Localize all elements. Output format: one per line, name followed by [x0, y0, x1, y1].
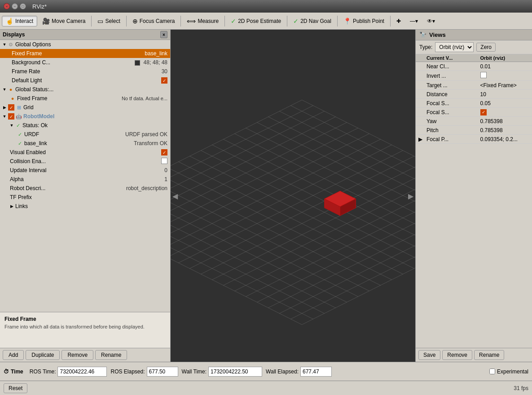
grid-checkbox[interactable]: ✓: [8, 104, 14, 111]
alpha-value: 1: [164, 176, 170, 182]
maximize-button[interactable]: □: [20, 3, 26, 9]
global-status-item[interactable]: ▼ ● Global Status:...: [0, 85, 170, 94]
background-color-item[interactable]: Background C... 48; 48; 48: [0, 58, 170, 67]
visual-enabled-checkbox[interactable]: ✓: [161, 149, 167, 155]
pitch-value: 0.785398: [479, 126, 532, 134]
global-status-ff-item[interactable]: ● Fixed Frame No tf data. Actual e...: [0, 94, 170, 103]
robot-desc-item[interactable]: Robot Descri... robot_description: [0, 184, 170, 193]
remove-view-button[interactable]: Remove: [442, 350, 472, 360]
ros-time-group: ROS Time:: [30, 367, 107, 377]
left-arrow[interactable]: ◀: [171, 190, 180, 202]
urdf-item[interactable]: ✓ URDF URDF parsed OK: [0, 130, 170, 139]
yaw-row[interactable]: Yaw 0.785398: [416, 117, 532, 126]
near-clipping-row[interactable]: Near Cl... 0.01: [416, 62, 532, 71]
update-interval-item[interactable]: Update Interval 0: [0, 166, 170, 175]
focal-scale-1-row[interactable]: Focal S... 0.05: [416, 99, 532, 108]
frame-rate-value: 30: [162, 68, 170, 75]
duplicate-button[interactable]: Duplicate: [26, 350, 60, 360]
nav-goal-icon: ✓: [293, 18, 299, 25]
minimize-button[interactable]: −: [12, 3, 18, 9]
toolbar-separator-2: [126, 16, 127, 27]
collision-item[interactable]: Collision Ena...: [0, 157, 170, 166]
fps-display: 31 fps: [514, 385, 528, 391]
fixed-frame-item[interactable]: Fixed Frame base_link: [0, 49, 170, 58]
collision-checkbox[interactable]: [161, 158, 167, 164]
nav-goal-button[interactable]: ✓ 2D Nav Goal: [289, 16, 335, 27]
experimental-checkbox[interactable]: [489, 368, 495, 374]
frame-rate-item[interactable]: Frame Rate 30: [0, 67, 170, 76]
ros-time-input[interactable]: [57, 367, 107, 377]
pose-estimate-button[interactable]: ✓ 2D Pose Estimate: [227, 16, 285, 27]
info-title: Fixed Frame: [4, 316, 166, 322]
wall-time-input[interactable]: [208, 367, 262, 377]
type-select[interactable]: Orbit (rviz): [435, 42, 474, 52]
zero-button[interactable]: Zero: [476, 43, 496, 52]
grid-item[interactable]: ▶ ✓ ⊞ Grid: [0, 103, 170, 112]
status-ok-item[interactable]: ▼ ✓ Status: Ok: [0, 121, 170, 130]
status-ok-expand[interactable]: ▼: [9, 123, 14, 128]
distance-row[interactable]: Distance 10: [416, 90, 532, 99]
rename-view-button[interactable]: Rename: [474, 350, 504, 360]
select-button[interactable]: ▭ Select: [93, 16, 124, 27]
measure-button[interactable]: ⟺ Measure: [183, 16, 223, 27]
pose-estimate-label: 2D Pose Estimate: [238, 18, 281, 24]
toolbar: ☝ Interact 🎥 Move Camera ▭ Select ⊕ Focu…: [0, 13, 532, 30]
reset-button[interactable]: Reset: [4, 383, 27, 393]
links-expand[interactable]: ▶: [9, 204, 14, 209]
robot-model-label: RobotModel: [22, 113, 170, 120]
minus-button[interactable]: —▾: [406, 16, 422, 26]
grid-expand[interactable]: ▶: [2, 105, 7, 110]
default-light-checkbox[interactable]: ✓: [161, 77, 167, 84]
info-panel: Fixed Frame Frame into which all data is…: [0, 312, 170, 348]
base-link-value: Transform OK: [134, 140, 170, 146]
right-arrow[interactable]: ▶: [406, 190, 415, 202]
invert-row[interactable]: Invert ...: [416, 71, 532, 81]
wall-elapsed-input[interactable]: [300, 367, 332, 377]
remove-display-button[interactable]: Remove: [62, 350, 93, 360]
global-options-expand[interactable]: ▼: [2, 42, 7, 47]
default-light-item[interactable]: Default Light ✓: [0, 76, 170, 85]
wall-elapsed-group: Wall Elapsed:: [266, 367, 332, 377]
distance-name: Distance: [425, 90, 479, 98]
robot-desc-value: robot_description: [126, 185, 170, 191]
links-item[interactable]: ▶ Links: [0, 202, 170, 211]
views-header: 🔭 Views: [416, 30, 532, 40]
robot-model-expand[interactable]: ▼: [2, 114, 7, 119]
views-title: Views: [429, 31, 446, 38]
ros-elapsed-input[interactable]: [147, 367, 178, 377]
focal-point-row[interactable]: ▶ Focal P... 0.093354; 0.2...: [416, 135, 532, 144]
close-button[interactable]: ×: [4, 3, 10, 9]
focus-camera-button[interactable]: ⊕ Focus Camera: [128, 16, 179, 27]
global-options-item[interactable]: ▼ ⚙ Global Options: [0, 40, 170, 49]
save-view-button[interactable]: Save: [418, 350, 440, 360]
robot-model-checkbox[interactable]: ✓: [8, 113, 14, 120]
robot-model-item[interactable]: ▼ ✓ 🤖 RobotModel: [0, 112, 170, 121]
focal-scale-2-row[interactable]: Focal S... ✓: [416, 108, 532, 117]
visual-enabled-item[interactable]: Visual Enabled ✓: [0, 148, 170, 157]
type-label: Type:: [419, 44, 432, 50]
eye-button[interactable]: 👁▾: [423, 16, 439, 26]
interact-button[interactable]: ☝ Interact: [2, 16, 37, 27]
move-camera-button[interactable]: 🎥 Move Camera: [38, 16, 89, 27]
alpha-item[interactable]: Alpha 1: [0, 175, 170, 184]
pitch-row[interactable]: Pitch 0.785398: [416, 126, 532, 135]
global-options-icon: ⚙: [7, 41, 14, 48]
base-link-item[interactable]: ✓ base_link Transform OK: [0, 139, 170, 148]
urdf-icon: ✓: [16, 131, 23, 138]
alpha-label: Alpha: [9, 176, 164, 182]
time-label: Time: [11, 368, 23, 375]
publish-point-button[interactable]: 📍 Publish Point: [339, 16, 388, 27]
global-status-expand[interactable]: ▼: [2, 87, 7, 92]
minus-icon: —▾: [410, 18, 418, 24]
target-row[interactable]: Target ... <Fixed Frame>: [416, 81, 532, 90]
add-display-button[interactable]: ✚: [392, 16, 405, 26]
displays-close-button[interactable]: ×: [160, 31, 167, 38]
tf-prefix-item[interactable]: TF Prefix: [0, 193, 170, 202]
add-button[interactable]: Add: [3, 350, 24, 360]
views-icon: 🔭: [419, 31, 426, 38]
viewport[interactable]: ◀ ▶: [171, 30, 415, 362]
focal-scale-2-checkbox[interactable]: ✓: [480, 109, 487, 115]
invert-checkbox[interactable]: [480, 72, 487, 78]
rename-display-button[interactable]: Rename: [95, 350, 127, 360]
base-link-label: base_link: [23, 140, 134, 146]
